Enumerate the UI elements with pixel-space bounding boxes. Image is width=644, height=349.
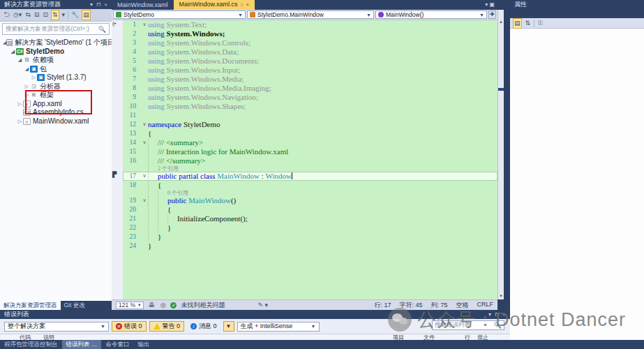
glyph-margin: (▪▛ bbox=[112, 20, 123, 299]
indent-mode[interactable]: 空格 bbox=[456, 301, 468, 310]
search-icon[interactable]: 🔍 bbox=[98, 26, 106, 33]
code-token: StyletDemo bbox=[181, 120, 220, 129]
tree-item--[interactable]: ◢▣包 bbox=[0, 65, 112, 74]
error-list-search[interactable]: 搜索错误列表 🔍 bbox=[432, 320, 504, 330]
framework-icon: ⊞ bbox=[30, 91, 38, 98]
tree-item-stylet-1-3-7-[interactable]: ▷▣Stylet (1.3.7) bbox=[0, 73, 112, 82]
pin-icon[interactable]: ⊓ bbox=[495, 310, 499, 319]
properties-icon[interactable]: ⊡ bbox=[42, 10, 49, 20]
tree-item-styletdemo[interactable]: ◢C#StyletDemo bbox=[0, 47, 112, 57]
editor-vertical-scrollbar[interactable]: ▲ ▼ bbox=[497, 10, 504, 299]
zoom-level-dropdown[interactable]: 121 %▾ bbox=[116, 302, 144, 309]
dropdown-icon[interactable]: ▾ bbox=[61, 10, 66, 20]
scrollbar-caret-mark bbox=[498, 88, 504, 91]
tab-mainwindow-xaml-cs[interactable]: MainWindow.xaml.cs○× bbox=[174, 0, 255, 10]
tree-item-app-xaml[interactable]: ▷xApp.xaml bbox=[0, 100, 112, 109]
show-all-files-icon[interactable]: ▤ bbox=[82, 10, 91, 20]
indent-guide bbox=[148, 172, 158, 181]
expander-icon[interactable]: ◢ bbox=[24, 65, 30, 74]
error-list-panel: 错误列表 ▾ ⊓ × 整个解决方案 ▼ ✕ 错误 0 警告 0 i 消息 0 bbox=[0, 310, 510, 340]
code-token: public bbox=[167, 196, 187, 205]
scroll-up-icon[interactable]: ▲ bbox=[498, 20, 504, 24]
eol-mode[interactable]: CRLF bbox=[477, 301, 493, 310]
code-token: public partial class bbox=[158, 172, 215, 181]
code-line-7: 7using System.Windows.Media; bbox=[123, 75, 497, 84]
close-icon[interactable]: × bbox=[502, 310, 506, 319]
type-dropdown[interactable]: StyletDemo.MainWindow ▼ bbox=[247, 10, 374, 19]
error-list-title: 错误列表 bbox=[4, 310, 29, 319]
scroll-down-icon[interactable]: ▼ bbox=[498, 294, 504, 298]
xaml-icon: x bbox=[23, 101, 31, 107]
fold-collapse-icon[interactable]: ∨ bbox=[141, 120, 148, 129]
filter-icon[interactable]: ▼ bbox=[223, 321, 234, 332]
warnings-toggle-button[interactable]: 警告 0 bbox=[149, 321, 185, 332]
line-number: 24 bbox=[123, 242, 141, 251]
printer-icon[interactable]: 🖶 bbox=[148, 301, 156, 310]
split-window-button[interactable]: ✚ bbox=[488, 10, 496, 19]
fold-collapse-icon[interactable]: ∨ bbox=[141, 196, 148, 205]
member-dropdown[interactable]: MainWindow() ▼ bbox=[375, 10, 487, 19]
line-number: 5 bbox=[123, 57, 141, 66]
fold-collapse-icon[interactable]: ∨ bbox=[141, 172, 148, 181]
pending-changes-filter-icon[interactable]: ◷▾ bbox=[13, 10, 22, 20]
tab-mainwindow-xaml[interactable]: MainWindow.xaml bbox=[112, 0, 174, 10]
code-area[interactable]: (▪▛ 1∨using System.Text;2using System.Wi… bbox=[112, 20, 497, 299]
close-icon[interactable]: × bbox=[104, 0, 107, 9]
sync-namespaces-icon[interactable]: ⇆ bbox=[24, 10, 31, 20]
codelens-references-link[interactable]: 0 个引用 bbox=[167, 190, 188, 196]
property-pages-icon[interactable]: ⚿ bbox=[537, 19, 544, 28]
expander-icon[interactable]: ▷ bbox=[31, 73, 37, 82]
solution-explorer-search[interactable]: 搜索解决方案资源管理器(Ctrl+;) 🔍 bbox=[2, 23, 110, 35]
scope-dropdown[interactable]: 整个解决方案 ▼ bbox=[4, 322, 109, 332]
bottom-tab-错误列表[interactable]: 错误列表 … bbox=[62, 340, 102, 349]
fold-collapse-icon[interactable]: ∨ bbox=[141, 138, 148, 147]
wrench-icon[interactable]: 🔧 bbox=[70, 10, 80, 20]
tab-list-icon[interactable]: ▾ bbox=[485, 1, 488, 8]
fold-collapse-icon[interactable]: ∨ bbox=[141, 20, 148, 29]
tree-item--styletdemo-1-1-[interactable]: ◢回解决方案 'StyletDemo' (1 个项目, 共 1 个) bbox=[0, 38, 112, 47]
categorize-icon[interactable]: ▤ bbox=[513, 18, 522, 29]
pin-icon[interactable]: ⊓ bbox=[96, 0, 100, 9]
bottom-tab-程序包管理器控制台[interactable]: 程序包管理器控制台 bbox=[0, 340, 62, 349]
tree-item-assemblyinfo-cs[interactable]: C#AssemblyInfo.cs bbox=[0, 108, 112, 117]
code-line-17: 17∨public partial class MainWindow : Win… bbox=[123, 172, 497, 181]
expander-icon[interactable]: ▷ bbox=[17, 100, 23, 109]
collapse-all-icon[interactable]: ⊟ bbox=[33, 10, 40, 20]
close-tab-icon[interactable]: × bbox=[246, 2, 249, 7]
expander-icon[interactable]: ◢ bbox=[10, 47, 16, 57]
errors-toggle-button[interactable]: ✕ 错误 0 bbox=[112, 321, 147, 332]
sort-alphabetical-icon[interactable]: ⇅ bbox=[525, 19, 532, 28]
tree-item-mainwindow-xaml[interactable]: ▷xMainWindow.xaml bbox=[0, 117, 112, 126]
codelens-references-link[interactable]: 2 个引用 bbox=[158, 165, 179, 172]
float-window-icon[interactable]: ▣ bbox=[489, 1, 495, 8]
bottom-tab-命令窗口[interactable]: 命令窗口 bbox=[101, 340, 133, 349]
error-list-column-headers: 代码说明项目文件行禁止 bbox=[0, 334, 510, 340]
indent-guide bbox=[148, 223, 158, 232]
line-number: 1 bbox=[123, 20, 141, 29]
messages-toggle-button[interactable]: i 消息 0 bbox=[187, 321, 220, 332]
expander-icon[interactable]: ◢ bbox=[17, 56, 23, 65]
expander-icon[interactable]: ▷ bbox=[17, 117, 23, 126]
pin-tab-icon[interactable]: ○ bbox=[241, 2, 244, 7]
build-intellisense-dropdown[interactable]: 生成 + IntelliSense ▼ bbox=[237, 322, 320, 332]
panel-tab-Git-更改[interactable]: Git 更改 bbox=[61, 301, 89, 310]
line-number: 12 bbox=[123, 120, 141, 129]
expander-icon[interactable]: ▷ bbox=[24, 91, 30, 100]
switch-views-icon[interactable]: ⮌ bbox=[3, 10, 10, 20]
tree-item--[interactable]: ▷⊞框架 bbox=[0, 91, 112, 100]
window-menu-icon[interactable]: ▾ bbox=[90, 0, 93, 9]
navigate-icon[interactable]: ◎ bbox=[160, 301, 167, 310]
panel-tab-解决方案资源管理器[interactable]: 解决方案资源管理器 bbox=[0, 301, 61, 310]
solution-explorer-panel: 解决方案资源管理器 ▾ ⊓ × ⮌ ◷▾ ⇆ ⊟ ⊡ ⇅ ▾ 🔧 ▤ 搜索解决方… bbox=[0, 0, 112, 310]
project-dropdown[interactable]: StyletDemo ▼ bbox=[113, 10, 246, 19]
bottom-tab-输出[interactable]: 输出 bbox=[133, 340, 153, 349]
suggestion-pencil-icon[interactable]: ✎ ▾ bbox=[257, 301, 269, 310]
solution-explorer-toolbar: ⮌ ◷▾ ⇆ ⊟ ⊡ ⇅ ▾ 🔧 ▤ bbox=[0, 9, 112, 22]
expander-icon[interactable]: ▷ bbox=[24, 82, 30, 91]
indent-guide bbox=[158, 190, 167, 196]
search-icon[interactable]: 🔍 bbox=[494, 322, 502, 329]
window-menu-icon[interactable]: ▾ bbox=[488, 310, 491, 319]
tree-item--[interactable]: ▷◲分析器 bbox=[0, 82, 112, 91]
sync-with-active-document-icon[interactable]: ⇅ bbox=[51, 10, 59, 20]
tree-item--[interactable]: ◢⛓依赖项 bbox=[0, 56, 112, 65]
